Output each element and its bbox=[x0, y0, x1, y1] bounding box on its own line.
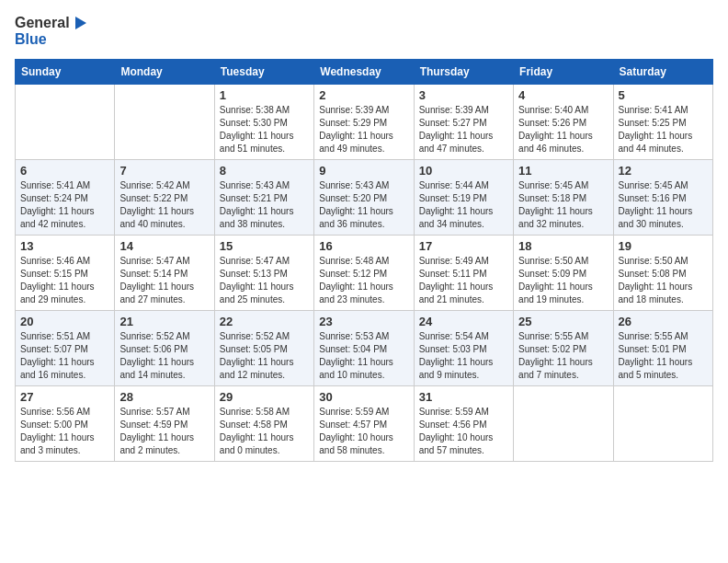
calendar-cell: 31Sunrise: 5:59 AM Sunset: 4:56 PM Dayli… bbox=[414, 385, 513, 461]
calendar-cell: 18Sunrise: 5:50 AM Sunset: 5:09 PM Dayli… bbox=[514, 235, 613, 310]
day-header-saturday: Saturday bbox=[613, 59, 712, 84]
day-number: 5 bbox=[619, 88, 708, 102]
day-info: Sunrise: 5:52 AM Sunset: 5:05 PM Dayligh… bbox=[220, 330, 309, 382]
day-number: 26 bbox=[619, 315, 708, 328]
calendar-cell: 29Sunrise: 5:58 AM Sunset: 4:58 PM Dayli… bbox=[214, 385, 313, 461]
day-info: Sunrise: 5:57 AM Sunset: 4:59 PM Dayligh… bbox=[119, 406, 209, 457]
calendar-cell: 22Sunrise: 5:52 AM Sunset: 5:05 PM Dayli… bbox=[214, 310, 313, 385]
day-number: 25 bbox=[518, 315, 608, 328]
day-info: Sunrise: 5:46 AM Sunset: 5:15 PM Dayligh… bbox=[20, 255, 109, 306]
day-info: Sunrise: 5:40 AM Sunset: 5:26 PM Dayligh… bbox=[518, 104, 608, 155]
svg-marker-0 bbox=[75, 17, 86, 29]
calendar-cell: 3Sunrise: 5:39 AM Sunset: 5:27 PM Daylig… bbox=[414, 84, 513, 159]
day-info: Sunrise: 5:44 AM Sunset: 5:19 PM Dayligh… bbox=[419, 179, 508, 231]
calendar-cell: 23Sunrise: 5:53 AM Sunset: 5:04 PM Dayli… bbox=[314, 310, 414, 385]
day-header-wednesday: Wednesday bbox=[314, 59, 414, 84]
day-number: 9 bbox=[319, 164, 408, 178]
calendar-cell: 14Sunrise: 5:47 AM Sunset: 5:14 PM Dayli… bbox=[115, 235, 214, 310]
day-number: 29 bbox=[220, 390, 309, 404]
calendar-table: SundayMondayTuesdayWednesdayThursdayFrid… bbox=[15, 59, 713, 462]
day-header-sunday: Sunday bbox=[16, 59, 115, 84]
day-number: 19 bbox=[619, 239, 708, 253]
day-number: 24 bbox=[419, 315, 508, 328]
day-info: Sunrise: 5:53 AM Sunset: 5:04 PM Dayligh… bbox=[319, 330, 408, 382]
day-number: 27 bbox=[20, 390, 109, 404]
day-info: Sunrise: 5:43 AM Sunset: 5:20 PM Dayligh… bbox=[319, 179, 408, 231]
day-info: Sunrise: 5:41 AM Sunset: 5:25 PM Dayligh… bbox=[619, 104, 708, 155]
calendar-cell: 2Sunrise: 5:39 AM Sunset: 5:29 PM Daylig… bbox=[314, 84, 414, 159]
logo-general: General bbox=[15, 15, 70, 31]
day-number: 16 bbox=[319, 239, 408, 253]
day-number: 20 bbox=[20, 315, 109, 328]
calendar-cell: 5Sunrise: 5:41 AM Sunset: 5:25 PM Daylig… bbox=[613, 84, 712, 159]
page-header: General Blue bbox=[15, 15, 713, 48]
day-info: Sunrise: 5:41 AM Sunset: 5:24 PM Dayligh… bbox=[20, 179, 109, 231]
calendar-cell: 10Sunrise: 5:44 AM Sunset: 5:19 PM Dayli… bbox=[414, 159, 513, 235]
day-info: Sunrise: 5:50 AM Sunset: 5:09 PM Dayligh… bbox=[518, 255, 608, 306]
calendar-cell: 20Sunrise: 5:51 AM Sunset: 5:07 PM Dayli… bbox=[16, 310, 115, 385]
day-info: Sunrise: 5:39 AM Sunset: 5:29 PM Dayligh… bbox=[319, 104, 408, 155]
calendar-cell: 25Sunrise: 5:55 AM Sunset: 5:02 PM Dayli… bbox=[514, 310, 613, 385]
calendar-cell: 8Sunrise: 5:43 AM Sunset: 5:21 PM Daylig… bbox=[214, 159, 313, 235]
week-row-1: 1Sunrise: 5:38 AM Sunset: 5:30 PM Daylig… bbox=[16, 84, 713, 159]
calendar-cell: 30Sunrise: 5:59 AM Sunset: 4:57 PM Dayli… bbox=[314, 385, 414, 461]
day-number: 22 bbox=[220, 315, 309, 328]
calendar-cell: 4Sunrise: 5:40 AM Sunset: 5:26 PM Daylig… bbox=[514, 84, 613, 159]
day-number: 6 bbox=[20, 164, 109, 178]
day-info: Sunrise: 5:51 AM Sunset: 5:07 PM Dayligh… bbox=[20, 330, 109, 382]
calendar-cell: 13Sunrise: 5:46 AM Sunset: 5:15 PM Dayli… bbox=[16, 235, 115, 310]
day-info: Sunrise: 5:58 AM Sunset: 4:58 PM Dayligh… bbox=[220, 406, 309, 457]
day-info: Sunrise: 5:50 AM Sunset: 5:08 PM Dayligh… bbox=[619, 255, 708, 306]
calendar-cell: 19Sunrise: 5:50 AM Sunset: 5:08 PM Dayli… bbox=[613, 235, 712, 310]
days-header-row: SundayMondayTuesdayWednesdayThursdayFrid… bbox=[16, 59, 713, 84]
day-number: 18 bbox=[518, 239, 608, 253]
day-header-monday: Monday bbox=[115, 59, 214, 84]
day-number: 30 bbox=[319, 390, 408, 404]
calendar-cell bbox=[514, 385, 613, 461]
calendar-cell bbox=[115, 84, 214, 159]
day-info: Sunrise: 5:47 AM Sunset: 5:14 PM Dayligh… bbox=[119, 255, 209, 306]
day-number: 8 bbox=[220, 164, 309, 178]
day-info: Sunrise: 5:45 AM Sunset: 5:18 PM Dayligh… bbox=[518, 179, 608, 231]
day-number: 4 bbox=[518, 88, 608, 102]
day-info: Sunrise: 5:52 AM Sunset: 5:06 PM Dayligh… bbox=[119, 330, 209, 382]
day-info: Sunrise: 5:39 AM Sunset: 5:27 PM Dayligh… bbox=[419, 104, 508, 155]
logo-blue: Blue bbox=[15, 31, 88, 48]
day-info: Sunrise: 5:38 AM Sunset: 5:30 PM Dayligh… bbox=[220, 104, 309, 155]
day-number: 10 bbox=[419, 164, 508, 178]
calendar-cell bbox=[613, 385, 712, 461]
day-info: Sunrise: 5:55 AM Sunset: 5:01 PM Dayligh… bbox=[619, 330, 708, 382]
day-number: 12 bbox=[619, 164, 708, 178]
day-info: Sunrise: 5:45 AM Sunset: 5:16 PM Dayligh… bbox=[619, 179, 708, 231]
calendar-cell: 6Sunrise: 5:41 AM Sunset: 5:24 PM Daylig… bbox=[16, 159, 115, 235]
day-number: 17 bbox=[419, 239, 508, 253]
calendar-cell: 28Sunrise: 5:57 AM Sunset: 4:59 PM Dayli… bbox=[115, 385, 214, 461]
day-info: Sunrise: 5:56 AM Sunset: 5:00 PM Dayligh… bbox=[20, 406, 109, 457]
day-info: Sunrise: 5:48 AM Sunset: 5:12 PM Dayligh… bbox=[319, 255, 408, 306]
day-number: 13 bbox=[20, 239, 109, 253]
day-info: Sunrise: 5:59 AM Sunset: 4:57 PM Dayligh… bbox=[319, 406, 408, 457]
day-number: 1 bbox=[220, 88, 309, 102]
calendar-cell: 11Sunrise: 5:45 AM Sunset: 5:18 PM Dayli… bbox=[514, 159, 613, 235]
day-number: 21 bbox=[119, 315, 209, 328]
day-number: 28 bbox=[119, 390, 209, 404]
day-info: Sunrise: 5:47 AM Sunset: 5:13 PM Dayligh… bbox=[220, 255, 309, 306]
day-number: 31 bbox=[419, 390, 508, 404]
day-number: 3 bbox=[419, 88, 508, 102]
day-number: 23 bbox=[319, 315, 408, 328]
day-info: Sunrise: 5:43 AM Sunset: 5:21 PM Dayligh… bbox=[220, 179, 309, 231]
week-row-3: 13Sunrise: 5:46 AM Sunset: 5:15 PM Dayli… bbox=[16, 235, 713, 310]
calendar-cell bbox=[16, 84, 115, 159]
day-info: Sunrise: 5:42 AM Sunset: 5:22 PM Dayligh… bbox=[119, 179, 209, 231]
calendar-cell: 1Sunrise: 5:38 AM Sunset: 5:30 PM Daylig… bbox=[214, 84, 313, 159]
day-number: 7 bbox=[119, 164, 209, 178]
week-row-5: 27Sunrise: 5:56 AM Sunset: 5:00 PM Dayli… bbox=[16, 385, 713, 461]
day-number: 11 bbox=[518, 164, 608, 178]
logo: General Blue bbox=[15, 15, 88, 48]
calendar-cell: 9Sunrise: 5:43 AM Sunset: 5:20 PM Daylig… bbox=[314, 159, 414, 235]
week-row-2: 6Sunrise: 5:41 AM Sunset: 5:24 PM Daylig… bbox=[16, 159, 713, 235]
logo-wordmark: General Blue bbox=[15, 15, 88, 48]
calendar-cell: 27Sunrise: 5:56 AM Sunset: 5:00 PM Dayli… bbox=[16, 385, 115, 461]
calendar-cell: 17Sunrise: 5:49 AM Sunset: 5:11 PM Dayli… bbox=[414, 235, 513, 310]
day-info: Sunrise: 5:49 AM Sunset: 5:11 PM Dayligh… bbox=[419, 255, 508, 306]
